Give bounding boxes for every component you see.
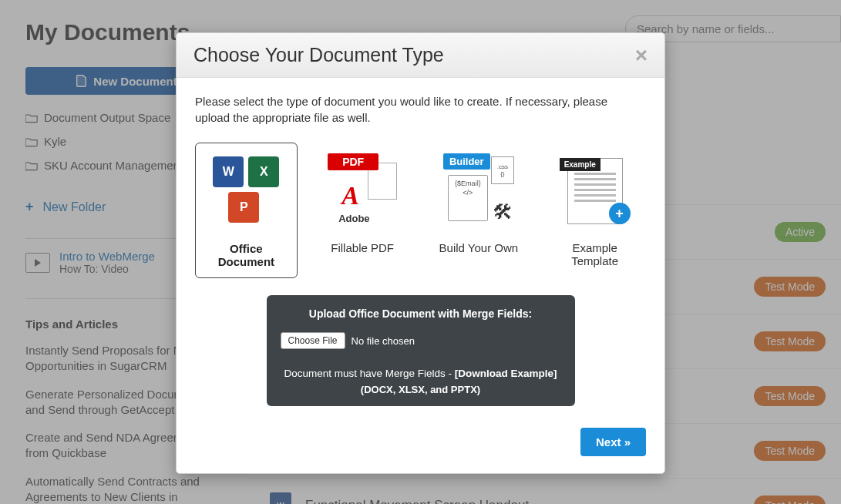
next-button[interactable]: Next » [580,428,646,456]
download-example-link[interactable]: [Download Example] [455,368,557,379]
type-example-template[interactable]: Example + Example Template [543,143,646,278]
type-build-your-own[interactable]: Builder .css{} {$Email}</> 🛠 Build Your … [428,143,530,278]
close-icon[interactable]: × [635,45,648,66]
modal-intro-text: Please select the type of document you w… [195,93,627,126]
modal-overlay: Choose Your Document Type × Please selec… [0,0,841,504]
type-label: Office Document [200,242,292,268]
upload-title: Upload Office Document with Merge Fields… [279,307,563,320]
choose-document-type-modal: Choose Your Document Type × Please selec… [176,32,665,474]
modal-header: Choose Your Document Type × [177,33,664,78]
type-label: Fillable PDF [331,241,394,254]
document-type-grid: W X P Office Document PDF A Adobe [195,143,646,278]
builder-icon: Builder .css{} {$Email}</> 🛠 [440,150,517,227]
choose-file-button[interactable]: Choose File [281,332,345,349]
type-label: Build Your Own [439,241,519,254]
type-fillable-pdf[interactable]: PDF A Adobe Fillable PDF [311,143,414,278]
type-office-document[interactable]: W X P Office Document [195,143,298,278]
office-icon: W X P [207,151,284,228]
upload-panel: Upload Office Document with Merge Fields… [267,295,575,406]
example-icon: Example + [557,150,634,227]
type-label: Example Template [548,241,641,267]
pdf-icon: PDF A Adobe [324,150,401,227]
modal-title: Choose Your Document Type [193,44,444,66]
upload-formats: (DOCX, XLSX, and PPTX) [279,384,563,395]
upload-note-prefix: Document must have Merge Fields - [284,368,454,379]
upload-note: Document must have Merge Fields - [Downl… [279,368,563,379]
file-status-text: No file chosen [352,335,415,347]
